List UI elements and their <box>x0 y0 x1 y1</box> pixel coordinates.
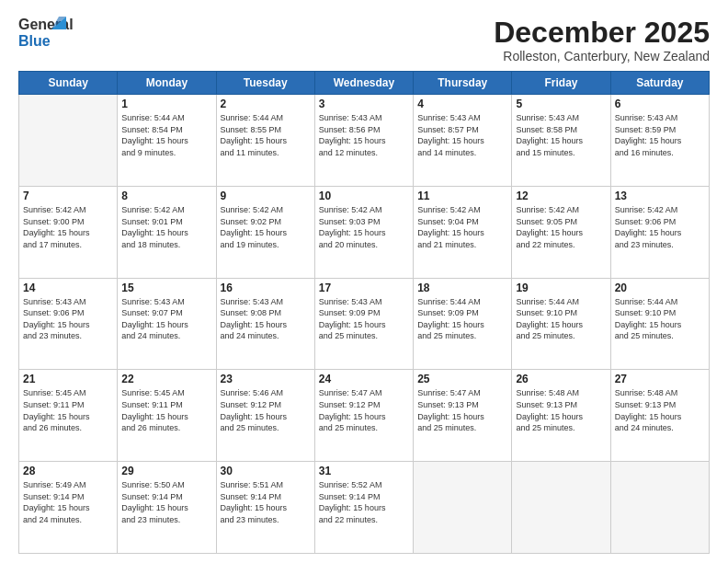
cell-info: Sunrise: 5:46 AMSunset: 9:12 PMDaylight:… <box>221 387 311 433</box>
calendar-cell: 1Sunrise: 5:44 AMSunset: 8:54 PMDaylight… <box>118 95 216 187</box>
calendar-cell: 23Sunrise: 5:46 AMSunset: 9:12 PMDayligh… <box>216 370 314 462</box>
calendar-cell: 13Sunrise: 5:42 AMSunset: 9:06 PMDayligh… <box>610 186 709 278</box>
cell-info: Sunrise: 5:42 AMSunset: 9:00 PMDaylight:… <box>23 204 113 250</box>
calendar-cell: 9Sunrise: 5:42 AMSunset: 9:02 PMDaylight… <box>216 186 314 278</box>
day-number: 4 <box>417 98 507 110</box>
cell-info: Sunrise: 5:42 AMSunset: 9:02 PMDaylight:… <box>221 204 311 250</box>
day-number: 24 <box>319 373 409 385</box>
cell-info: Sunrise: 5:42 AMSunset: 9:06 PMDaylight:… <box>615 204 705 250</box>
cell-info: Sunrise: 5:43 AMSunset: 8:59 PMDaylight:… <box>615 112 705 158</box>
cell-info: Sunrise: 5:43 AMSunset: 8:56 PMDaylight:… <box>319 112 409 158</box>
header-sunday: Sunday <box>19 72 118 95</box>
calendar-cell: 25Sunrise: 5:47 AMSunset: 9:13 PMDayligh… <box>414 370 512 462</box>
day-number: 9 <box>221 190 311 202</box>
header-friday: Friday <box>512 72 610 95</box>
cell-info: Sunrise: 5:50 AMSunset: 9:14 PMDaylight:… <box>121 479 211 525</box>
calendar-cell: 12Sunrise: 5:42 AMSunset: 9:05 PMDayligh… <box>512 186 610 278</box>
days-header-row: Sunday Monday Tuesday Wednesday Thursday… <box>19 72 710 95</box>
calendar-cell: 24Sunrise: 5:47 AMSunset: 9:12 PMDayligh… <box>314 370 413 462</box>
calendar-cell <box>414 462 512 554</box>
day-number: 22 <box>121 373 211 385</box>
day-number: 13 <box>615 190 705 202</box>
cell-info: Sunrise: 5:43 AMSunset: 9:08 PMDaylight:… <box>221 296 311 342</box>
day-number: 16 <box>221 282 311 294</box>
day-number: 3 <box>319 98 409 110</box>
day-number: 5 <box>516 98 606 110</box>
cell-info: Sunrise: 5:44 AMSunset: 8:55 PMDaylight:… <box>221 112 311 158</box>
calendar-cell: 30Sunrise: 5:51 AMSunset: 9:14 PMDayligh… <box>216 462 314 554</box>
calendar-cell: 3Sunrise: 5:43 AMSunset: 8:56 PMDaylight… <box>314 95 413 187</box>
cell-info: Sunrise: 5:47 AMSunset: 9:13 PMDaylight:… <box>417 387 507 433</box>
calendar-cell: 27Sunrise: 5:48 AMSunset: 9:13 PMDayligh… <box>610 370 709 462</box>
day-number: 27 <box>615 373 705 385</box>
cell-info: Sunrise: 5:43 AMSunset: 9:06 PMDaylight:… <box>23 296 113 342</box>
calendar-cell: 7Sunrise: 5:42 AMSunset: 9:00 PMDaylight… <box>19 186 118 278</box>
header-monday: Monday <box>118 72 216 95</box>
cell-info: Sunrise: 5:43 AMSunset: 9:07 PMDaylight:… <box>121 296 211 342</box>
day-number: 20 <box>615 282 705 294</box>
cell-info: Sunrise: 5:42 AMSunset: 9:05 PMDaylight:… <box>516 204 606 250</box>
calendar-cell: 2Sunrise: 5:44 AMSunset: 8:55 PMDaylight… <box>216 95 314 187</box>
day-number: 12 <box>516 190 606 202</box>
cell-info: Sunrise: 5:52 AMSunset: 9:14 PMDaylight:… <box>319 479 409 525</box>
week-row-4: 21Sunrise: 5:45 AMSunset: 9:11 PMDayligh… <box>19 370 710 462</box>
cell-info: Sunrise: 5:44 AMSunset: 9:10 PMDaylight:… <box>516 296 606 342</box>
calendar-page: General Blue December 2025 Rolleston, Ca… <box>0 0 728 563</box>
calendar-cell: 28Sunrise: 5:49 AMSunset: 9:14 PMDayligh… <box>19 462 118 554</box>
day-number: 17 <box>319 282 409 294</box>
cell-info: Sunrise: 5:43 AMSunset: 9:09 PMDaylight:… <box>319 296 409 342</box>
calendar-cell: 19Sunrise: 5:44 AMSunset: 9:10 PMDayligh… <box>512 278 610 370</box>
header-saturday: Saturday <box>610 72 709 95</box>
calendar-cell <box>19 95 118 187</box>
calendar-cell: 18Sunrise: 5:44 AMSunset: 9:09 PMDayligh… <box>414 278 512 370</box>
day-number: 31 <box>319 465 409 477</box>
day-number: 19 <box>516 282 606 294</box>
title-section: December 2025 Rolleston, Canterbury, New… <box>494 17 710 63</box>
calendar-cell: 14Sunrise: 5:43 AMSunset: 9:06 PMDayligh… <box>19 278 118 370</box>
calendar-cell: 6Sunrise: 5:43 AMSunset: 8:59 PMDaylight… <box>610 95 709 187</box>
day-number: 2 <box>221 98 311 110</box>
calendar-cell <box>512 462 610 554</box>
day-number: 1 <box>121 98 211 110</box>
day-number: 14 <box>23 282 113 294</box>
day-number: 7 <box>23 190 113 202</box>
calendar-cell: 5Sunrise: 5:43 AMSunset: 8:58 PMDaylight… <box>512 95 610 187</box>
cell-info: Sunrise: 5:42 AMSunset: 9:01 PMDaylight:… <box>121 204 211 250</box>
day-number: 21 <box>23 373 113 385</box>
header-wednesday: Wednesday <box>314 72 413 95</box>
logo: General Blue <box>18 17 66 55</box>
calendar-cell: 8Sunrise: 5:42 AMSunset: 9:01 PMDaylight… <box>118 186 216 278</box>
calendar-cell: 20Sunrise: 5:44 AMSunset: 9:10 PMDayligh… <box>610 278 709 370</box>
day-number: 26 <box>516 373 606 385</box>
calendar-cell: 16Sunrise: 5:43 AMSunset: 9:08 PMDayligh… <box>216 278 314 370</box>
header-thursday: Thursday <box>414 72 512 95</box>
cell-info: Sunrise: 5:45 AMSunset: 9:11 PMDaylight:… <box>121 387 211 433</box>
day-number: 29 <box>121 465 211 477</box>
calendar-cell: 21Sunrise: 5:45 AMSunset: 9:11 PMDayligh… <box>19 370 118 462</box>
day-number: 6 <box>615 98 705 110</box>
cell-info: Sunrise: 5:42 AMSunset: 9:03 PMDaylight:… <box>319 204 409 250</box>
cell-info: Sunrise: 5:51 AMSunset: 9:14 PMDaylight:… <box>221 479 311 525</box>
calendar-cell: 4Sunrise: 5:43 AMSunset: 8:57 PMDaylight… <box>414 95 512 187</box>
week-row-1: 1Sunrise: 5:44 AMSunset: 8:54 PMDaylight… <box>19 95 710 187</box>
calendar-cell: 15Sunrise: 5:43 AMSunset: 9:07 PMDayligh… <box>118 278 216 370</box>
calendar-cell: 31Sunrise: 5:52 AMSunset: 9:14 PMDayligh… <box>314 462 413 554</box>
header-tuesday: Tuesday <box>216 72 314 95</box>
week-row-3: 14Sunrise: 5:43 AMSunset: 9:06 PMDayligh… <box>19 278 710 370</box>
header: General Blue December 2025 Rolleston, Ca… <box>18 17 710 63</box>
day-number: 30 <box>221 465 311 477</box>
calendar-cell: 22Sunrise: 5:45 AMSunset: 9:11 PMDayligh… <box>118 370 216 462</box>
day-number: 25 <box>417 373 507 385</box>
calendar-cell: 11Sunrise: 5:42 AMSunset: 9:04 PMDayligh… <box>414 186 512 278</box>
cell-info: Sunrise: 5:47 AMSunset: 9:12 PMDaylight:… <box>319 387 409 433</box>
calendar-cell <box>610 462 709 554</box>
cell-info: Sunrise: 5:48 AMSunset: 9:13 PMDaylight:… <box>615 387 705 433</box>
cell-info: Sunrise: 5:44 AMSunset: 9:09 PMDaylight:… <box>417 296 507 342</box>
cell-info: Sunrise: 5:42 AMSunset: 9:04 PMDaylight:… <box>417 204 507 250</box>
calendar-cell: 17Sunrise: 5:43 AMSunset: 9:09 PMDayligh… <box>314 278 413 370</box>
day-number: 23 <box>221 373 311 385</box>
day-number: 11 <box>417 190 507 202</box>
week-row-2: 7Sunrise: 5:42 AMSunset: 9:00 PMDaylight… <box>19 186 710 278</box>
calendar-cell: 29Sunrise: 5:50 AMSunset: 9:14 PMDayligh… <box>118 462 216 554</box>
cell-info: Sunrise: 5:45 AMSunset: 9:11 PMDaylight:… <box>23 387 113 433</box>
